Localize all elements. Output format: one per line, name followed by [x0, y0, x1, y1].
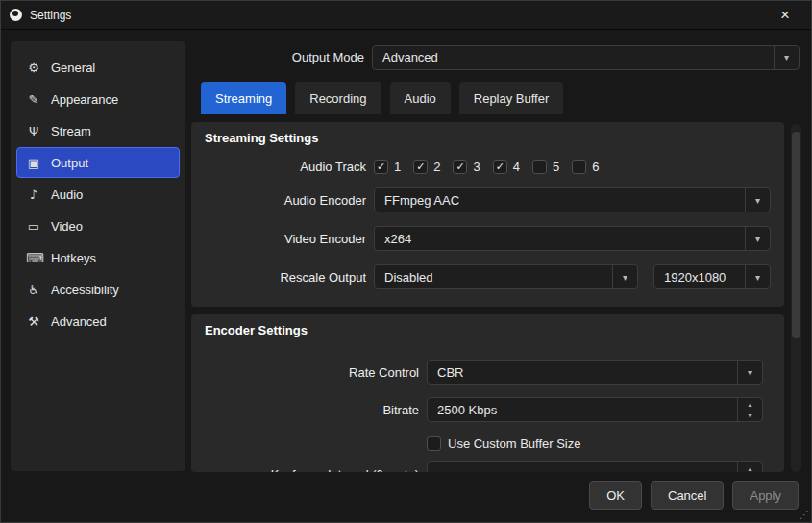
settings-window: Settings × ⚙ General ✎ Appearance Ψ Stre… — [0, 0, 812, 523]
rescale-output-label: Rescale Output — [205, 270, 366, 285]
streaming-settings-title: Streaming Settings — [205, 131, 771, 146]
audio-track-5-checkbox[interactable] — [532, 160, 547, 174]
window-title: Settings — [30, 9, 71, 22]
sidebar-item-audio[interactable]: ♪ Audio — [16, 179, 180, 210]
audio-track-5: 5 — [532, 160, 559, 174]
rescale-resolution-select[interactable]: 1920x1080 — [653, 264, 771, 289]
output-tabs: Streaming Recording Audio Replay Buffer — [201, 82, 572, 114]
sidebar-item-accessibility[interactable]: ♿ Accessibility — [16, 274, 180, 305]
antenna-icon: Ψ — [26, 124, 41, 138]
chevron-down-icon — [745, 227, 770, 250]
sidebar-item-general[interactable]: ⚙ General — [16, 52, 180, 83]
keyframe-interval-stepper[interactable] — [427, 461, 763, 472]
tab-label: Audio — [405, 91, 436, 106]
audio-track-5-number: 5 — [553, 160, 559, 174]
rescale-resolution-value: 1920x1080 — [654, 265, 745, 288]
custom-buffer-label: Use Custom Buffer Size — [448, 436, 580, 451]
cancel-button[interactable]: Cancel — [651, 481, 724, 510]
stepper-arrows — [737, 462, 762, 472]
audio-track-6: 6 — [572, 160, 599, 174]
audio-encoder-value: FFmpeg AAC — [375, 188, 745, 212]
tab-recording[interactable]: Recording — [295, 82, 381, 114]
sidebar-item-appearance[interactable]: ✎ Appearance — [16, 84, 180, 114]
audio-track-4-number: 4 — [513, 160, 520, 174]
keyframe-interval-row: Keyframe Interval (0=auto) — [205, 461, 771, 472]
rescale-output-select[interactable]: Disabled — [374, 264, 638, 289]
sidebar-item-label: Audio — [51, 187, 83, 202]
sidebar-item-label: General — [51, 61, 95, 75]
sidebar-item-hotkeys[interactable]: ⌨ Hotkeys — [16, 242, 180, 273]
tab-audio[interactable]: Audio — [390, 82, 451, 114]
rescale-output-value: Disabled — [375, 265, 612, 288]
audio-track-6-number: 6 — [592, 160, 599, 174]
apply-button[interactable]: Apply — [732, 481, 799, 510]
sidebar-item-video[interactable]: ▭ Video — [16, 211, 180, 241]
audio-track-3-number: 3 — [473, 160, 480, 174]
chevron-down-icon — [737, 361, 762, 384]
chevron-down-icon — [774, 46, 799, 69]
rate-control-select[interactable]: CBR — [427, 360, 763, 385]
video-encoder-label: Video Encoder — [205, 232, 366, 246]
output-mode-select[interactable]: Advanced — [372, 45, 800, 70]
resize-grip[interactable] — [799, 510, 809, 520]
sidebar-item-label: Appearance — [51, 92, 118, 107]
tab-replay-buffer[interactable]: Replay Buffer — [459, 82, 564, 114]
display-icon: ▭ — [26, 219, 41, 234]
audio-track-checkboxes: 1 2 3 4 5 — [374, 160, 771, 174]
custom-buffer-checkbox-row[interactable]: Use Custom Buffer Size — [427, 436, 580, 451]
audio-track-4: 4 — [493, 160, 520, 174]
keyboard-icon: ⌨ — [26, 251, 41, 265]
rate-control-value: CBR — [428, 361, 737, 384]
scrollbar-thumb[interactable] — [792, 132, 800, 338]
chevron-up-icon[interactable] — [738, 462, 762, 472]
tab-label: Replay Buffer — [474, 91, 550, 106]
custom-buffer-checkbox[interactable] — [427, 436, 441, 451]
rate-control-label: Rate Control — [205, 365, 419, 380]
close-icon[interactable]: × — [768, 1, 802, 30]
gear-icon: ⚙ — [26, 61, 41, 75]
output-icon: ▣ — [26, 156, 41, 170]
scrollbar[interactable] — [791, 124, 801, 472]
sidebar-item-stream[interactable]: Ψ Stream — [16, 115, 180, 146]
chevron-down-icon[interactable] — [738, 410, 762, 421]
footer: OK Cancel Apply — [589, 481, 799, 510]
keyframe-interval-label: Keyframe Interval (0=auto) — [205, 467, 419, 473]
paintbrush-icon: ✎ — [26, 92, 41, 107]
sidebar-item-label: Stream — [51, 124, 91, 138]
sidebar: ⚙ General ✎ Appearance Ψ Stream ▣ Output… — [11, 41, 185, 471]
bitrate-label: Bitrate — [205, 403, 419, 417]
rescale-output-row: Rescale Output Disabled 1920x1080 — [205, 264, 771, 289]
bitrate-value: 2500 Kbps — [428, 398, 737, 421]
chevron-up-icon[interactable] — [738, 398, 762, 410]
sidebar-item-label: Advanced — [51, 314, 107, 329]
audio-track-2: 2 — [413, 160, 440, 174]
sidebar-item-advanced[interactable]: ⚒ Advanced — [16, 306, 180, 336]
video-encoder-value: x264 — [375, 227, 745, 250]
sidebar-item-output[interactable]: ▣ Output — [16, 147, 180, 178]
stepper-arrows — [737, 398, 762, 421]
bitrate-stepper[interactable]: 2500 Kbps — [427, 397, 763, 422]
audio-encoder-select[interactable]: FFmpeg AAC — [374, 187, 771, 212]
audio-track-2-number: 2 — [433, 160, 440, 174]
tab-streaming[interactable]: Streaming — [201, 82, 286, 114]
chevron-down-icon — [612, 265, 637, 288]
audio-track-3-checkbox[interactable] — [453, 160, 467, 174]
sidebar-item-label: Video — [51, 219, 83, 234]
audio-track-2-checkbox[interactable] — [413, 160, 428, 174]
sidebar-item-label: Hotkeys — [51, 251, 96, 265]
rate-control-row: Rate Control CBR — [205, 360, 771, 385]
speaker-icon: ♪ — [26, 187, 41, 202]
obs-logo-icon — [10, 9, 22, 21]
video-encoder-select[interactable]: x264 — [374, 226, 771, 251]
audio-encoder-label: Audio Encoder — [205, 193, 366, 208]
streaming-settings-group: Streaming Settings Audio Track 1 2 3 — [191, 122, 784, 307]
sidebar-item-label: Output — [51, 156, 88, 170]
audio-track-row: Audio Track 1 2 3 — [205, 160, 771, 174]
audio-track-1-checkbox[interactable] — [374, 160, 388, 174]
chevron-down-icon — [745, 265, 770, 288]
ok-button[interactable]: OK — [589, 481, 642, 510]
audio-track-6-checkbox[interactable] — [572, 160, 586, 174]
audio-track-4-checkbox[interactable] — [493, 160, 507, 174]
titlebar[interactable]: Settings × — [1, 1, 811, 30]
output-mode-value: Advanced — [373, 46, 774, 69]
